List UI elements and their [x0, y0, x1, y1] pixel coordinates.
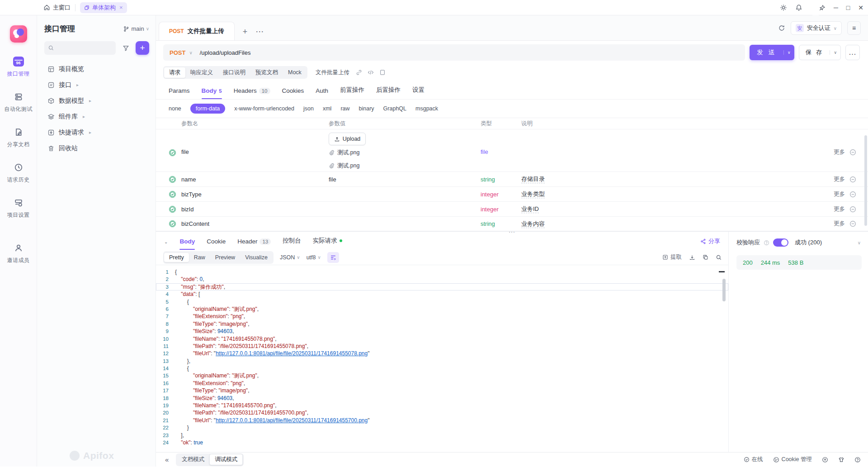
remove-param-icon[interactable] — [849, 191, 856, 198]
file-url-link[interactable]: http://127.0.0.1:8081/api/file/file/2025… — [216, 350, 368, 357]
remove-param-icon[interactable] — [849, 220, 856, 227]
help-icon[interactable] — [854, 457, 861, 463]
more-link[interactable]: 更多 — [834, 148, 845, 156]
open-request-tab[interactable]: POST 文件批量上传 — [159, 22, 235, 40]
format-icon[interactable] — [327, 252, 339, 263]
param-name[interactable]: bizContent — [181, 220, 329, 227]
remove-param-icon[interactable] — [849, 206, 856, 213]
filter-funnel-icon[interactable] — [119, 42, 132, 54]
help-question-icon[interactable] — [764, 240, 769, 246]
param-enabled-check[interactable] — [156, 129, 181, 156]
param-desc[interactable]: 存储目录 — [521, 175, 814, 183]
tab-more-button[interactable]: ⋯ — [255, 28, 264, 36]
rail-item-history[interactable]: 请求历史 — [4, 162, 33, 184]
response-body-code[interactable]: 1{2 "code": 0,3 "msg": "操作成功",4 "data": … — [156, 265, 728, 452]
body-type-GraphQL[interactable]: GraphQL — [383, 105, 406, 112]
minimize-button[interactable]: ─ — [834, 5, 838, 11]
body-type-xml[interactable]: xml — [323, 105, 331, 112]
param-desc[interactable]: 业务类型 — [521, 190, 814, 198]
sidebar-item-components[interactable]: 组件库▸ — [44, 109, 149, 124]
online-status[interactable]: 在线 — [744, 456, 763, 463]
rail-item-project-settings[interactable]: 项目设置 — [4, 197, 33, 219]
pin-icon[interactable] — [819, 5, 826, 11]
apifox-logo[interactable] — [10, 25, 27, 43]
param-enabled-check[interactable] — [156, 220, 181, 227]
new-tab-button[interactable]: + — [243, 28, 248, 36]
rail-item-automation[interactable]: 自动化测试 — [4, 91, 33, 113]
generate-code-icon[interactable] — [368, 69, 374, 76]
collapse-response-icon[interactable]: ⌄ — [164, 239, 168, 250]
param-desc[interactable]: 业务ID — [521, 205, 814, 213]
request-tab-设置[interactable]: 设置 — [412, 86, 425, 99]
add-button[interactable]: + — [136, 41, 149, 55]
body-type-msgpack[interactable]: msgpack — [415, 105, 438, 112]
attached-file[interactable]: 测试.png — [329, 147, 481, 158]
cookie-manager-button[interactable]: Cookie 管理 — [773, 456, 812, 463]
validate-response-toggle[interactable] — [773, 238, 788, 247]
request-tab-Cookies[interactable]: Cookies — [282, 87, 304, 99]
theme-tshirt-icon[interactable] — [838, 457, 844, 463]
body-type-x-www-form-urlencoded[interactable]: x-www-form-urlencoded — [234, 105, 294, 112]
request-tab-Body[interactable]: Body5 — [202, 87, 222, 99]
rail-item-api-manage[interactable]: 96接口管理 — [4, 56, 33, 78]
upload-button[interactable]: Upload — [329, 133, 366, 145]
notification-bell-icon[interactable] — [795, 4, 802, 11]
param-enabled-check[interactable] — [156, 176, 181, 183]
request-tab-Params[interactable]: Params — [169, 87, 190, 99]
param-enabled-check[interactable] — [156, 206, 181, 213]
more-link[interactable]: 更多 — [834, 220, 845, 228]
param-name[interactable]: bizId — [181, 206, 329, 213]
menu-burger-button[interactable]: ≡ — [847, 21, 861, 35]
request-tab-Auth[interactable]: Auth — [316, 87, 328, 99]
param-enabled-check[interactable] — [156, 191, 181, 198]
close-button[interactable]: ✕ — [858, 5, 863, 11]
param-value[interactable]: Upload测试.png测试.png — [329, 129, 481, 172]
response-tab-实际请求[interactable]: 实际请求 — [313, 237, 342, 250]
home-window-button[interactable]: 主窗口 — [43, 4, 71, 12]
settings-gear-icon[interactable] — [780, 4, 787, 11]
response-tab-Header[interactable]: Header13 — [237, 238, 271, 250]
param-desc[interactable]: 业务内容 — [521, 220, 814, 228]
search-response-icon[interactable] — [716, 254, 722, 261]
chevron-down-icon[interactable]: ∨ — [858, 240, 861, 245]
body-type-form-data[interactable]: form-data — [190, 104, 226, 114]
layout-panel-icon[interactable] — [379, 69, 386, 76]
save-dropdown-icon[interactable]: ∨ — [830, 50, 840, 55]
doc-pill-Mock[interactable]: Mock — [283, 68, 307, 77]
collapse-sidebar-icon[interactable]: « — [165, 456, 169, 463]
doc-pill-响应定义[interactable]: 响应定义 — [185, 67, 218, 78]
branch-selector[interactable]: main ∨ — [123, 25, 149, 32]
environment-selector[interactable]: 安 安全认证 ∨ — [791, 21, 842, 35]
send-button[interactable]: 发 送 ∨ — [750, 45, 794, 60]
view-pill-Pretty[interactable]: Pretty — [164, 253, 189, 262]
request-tab-后置操作[interactable]: 后置操作 — [376, 86, 401, 99]
main-scrollbar-thumb[interactable] — [864, 135, 867, 226]
more-link[interactable]: 更多 — [834, 205, 845, 213]
file-url-link[interactable]: http://127.0.0.1:8081/api/file/file/2025… — [216, 417, 368, 424]
maximize-button[interactable]: □ — [846, 5, 850, 11]
mode-pill-调试模式[interactable]: 调试模式 — [209, 454, 243, 465]
upgrade-icon[interactable] — [822, 457, 828, 463]
param-value[interactable]: file — [329, 176, 481, 183]
code-scrollbar-thumb[interactable] — [722, 279, 726, 301]
rail-item-share-doc[interactable]: 分享文档 — [4, 127, 33, 148]
param-desc[interactable] — [521, 129, 814, 148]
send-dropdown-icon[interactable]: ∨ — [783, 50, 794, 55]
remove-param-icon[interactable] — [849, 176, 856, 183]
sidebar-item-trash[interactable]: 回收站 — [44, 140, 149, 156]
response-tab-Cookie[interactable]: Cookie — [207, 238, 226, 250]
view-pill-Raw[interactable]: Raw — [189, 253, 210, 262]
doc-pill-接口说明[interactable]: 接口说明 — [218, 67, 250, 78]
sidebar-item-overview[interactable]: 项目概览 — [44, 61, 149, 77]
rail-item-invite[interactable]: 邀请成员 — [7, 243, 30, 264]
view-pill-Visualize[interactable]: Visualize — [240, 253, 273, 262]
search-input[interactable] — [57, 44, 112, 52]
param-name[interactable]: file — [181, 129, 329, 155]
body-type-none[interactable]: none — [169, 105, 181, 112]
copy-link-icon[interactable] — [356, 69, 362, 76]
remove-param-icon[interactable] — [849, 149, 856, 156]
more-link[interactable]: 更多 — [834, 191, 845, 198]
request-tab-前置操作[interactable]: 前置操作 — [340, 86, 364, 99]
param-name[interactable]: name — [181, 176, 329, 183]
doc-pill-请求[interactable]: 请求 — [164, 67, 185, 78]
